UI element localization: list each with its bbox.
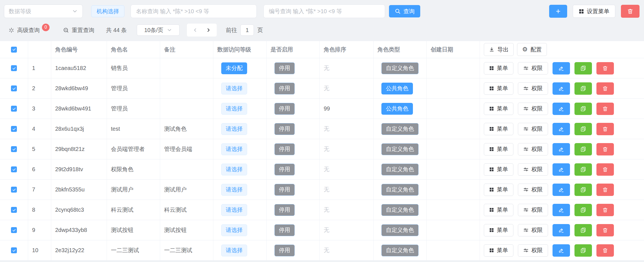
row-edit-button[interactable] <box>553 163 570 176</box>
row-menu-button[interactable]: 菜单 <box>484 103 513 115</box>
row-edit-button[interactable] <box>553 244 570 257</box>
next-page-button[interactable] <box>205 27 211 33</box>
row-checkbox[interactable] <box>11 126 17 132</box>
row-checkbox[interactable] <box>11 207 17 213</box>
access-level-button[interactable]: 未分配 <box>221 62 247 74</box>
delete-selected-button[interactable] <box>621 5 639 18</box>
row-edit-button[interactable] <box>553 143 570 155</box>
row-edit-button[interactable] <box>553 62 570 74</box>
row-copy-button[interactable] <box>574 143 592 155</box>
row-menu-button[interactable]: 菜单 <box>484 82 513 95</box>
row-copy-button[interactable] <box>574 62 592 74</box>
enabled-status-button[interactable]: 停用 <box>274 184 295 196</box>
access-level-button[interactable]: 请选择 <box>221 204 247 216</box>
enabled-status-button[interactable]: 停用 <box>274 245 295 256</box>
enabled-status-button[interactable]: 停用 <box>274 83 295 94</box>
row-permission-button[interactable]: 权限 <box>518 103 548 115</box>
row-delete-button[interactable] <box>596 62 614 74</box>
add-button[interactable]: + <box>549 5 567 18</box>
row-checkbox[interactable] <box>11 65 17 71</box>
access-level-button[interactable]: 请选择 <box>221 245 247 256</box>
row-edit-button[interactable] <box>553 204 570 216</box>
role-type-button[interactable]: 公共角色 <box>381 103 413 115</box>
row-checkbox[interactable] <box>11 247 17 253</box>
row-delete-button[interactable] <box>596 244 614 257</box>
select-all-checkbox[interactable] <box>11 47 17 53</box>
row-menu-button[interactable]: 菜单 <box>484 163 513 176</box>
row-permission-button[interactable]: 权限 <box>518 143 548 155</box>
role-type-button[interactable]: 自定义角色 <box>381 123 419 135</box>
row-edit-button[interactable] <box>553 82 570 95</box>
row-copy-button[interactable] <box>574 224 592 236</box>
row-checkbox[interactable] <box>11 85 17 91</box>
data-level-select[interactable]: 数据等级 <box>4 4 83 18</box>
row-menu-button[interactable]: 菜单 <box>484 62 513 74</box>
code-query-input[interactable] <box>263 4 385 18</box>
config-button[interactable]: ⚙ 配置 <box>517 43 547 56</box>
row-permission-button[interactable]: 权限 <box>518 82 548 95</box>
row-checkbox[interactable] <box>11 106 17 112</box>
access-level-button[interactable]: 请选择 <box>221 164 247 175</box>
goto-page-input[interactable] <box>240 24 254 36</box>
row-delete-button[interactable] <box>596 184 614 196</box>
access-level-button[interactable]: 请选择 <box>221 123 247 135</box>
row-checkbox[interactable] <box>11 227 17 233</box>
row-copy-button[interactable] <box>574 163 592 176</box>
role-type-button[interactable]: 公共角色 <box>381 83 413 94</box>
row-menu-button[interactable]: 菜单 <box>484 244 513 257</box>
row-menu-button[interactable]: 菜单 <box>484 224 513 236</box>
access-level-button[interactable]: 请选择 <box>221 224 247 236</box>
role-type-button[interactable]: 自定义角色 <box>381 245 419 256</box>
row-permission-button[interactable]: 权限 <box>518 62 548 74</box>
row-delete-button[interactable] <box>596 143 614 155</box>
row-edit-button[interactable] <box>553 184 570 196</box>
row-permission-button[interactable]: 权限 <box>518 204 548 216</box>
role-type-button[interactable]: 自定义角色 <box>381 164 419 175</box>
page-size-select[interactable]: 10条/页 <box>137 24 180 36</box>
export-button[interactable]: 导出 <box>484 43 514 56</box>
row-copy-button[interactable] <box>574 82 592 95</box>
row-menu-button[interactable]: 菜单 <box>484 143 513 155</box>
row-copy-button[interactable] <box>574 204 592 216</box>
row-copy-button[interactable] <box>574 123 592 135</box>
row-delete-button[interactable] <box>596 103 614 115</box>
row-checkbox[interactable] <box>11 146 17 152</box>
row-checkbox[interactable] <box>11 166 17 172</box>
row-delete-button[interactable] <box>596 224 614 236</box>
row-menu-button[interactable]: 菜单 <box>484 184 513 196</box>
enabled-status-button[interactable]: 停用 <box>274 143 295 155</box>
enabled-status-button[interactable]: 停用 <box>274 62 295 74</box>
row-edit-button[interactable] <box>553 224 570 236</box>
role-type-button[interactable]: 自定义角色 <box>381 184 419 196</box>
row-checkbox[interactable] <box>11 187 17 193</box>
row-copy-button[interactable] <box>574 103 592 115</box>
enabled-status-button[interactable]: 停用 <box>274 123 295 135</box>
row-menu-button[interactable]: 菜单 <box>484 204 513 216</box>
row-edit-button[interactable] <box>553 103 570 115</box>
set-menu-button[interactable]: 设置菜单 <box>573 5 615 18</box>
reset-query-link[interactable]: 重置查询 <box>63 26 94 34</box>
role-type-button[interactable]: 自定义角色 <box>381 204 419 216</box>
enabled-status-button[interactable]: 停用 <box>274 224 295 236</box>
access-level-button[interactable]: 请选择 <box>221 184 247 196</box>
row-permission-button[interactable]: 权限 <box>518 184 548 196</box>
role-type-button[interactable]: 自定义角色 <box>381 62 419 74</box>
role-type-button[interactable]: 自定义角色 <box>381 143 419 155</box>
row-delete-button[interactable] <box>596 82 614 95</box>
enabled-status-button[interactable]: 停用 <box>274 164 295 175</box>
search-button[interactable]: 查询 <box>389 5 420 17</box>
row-delete-button[interactable] <box>596 204 614 216</box>
row-menu-button[interactable]: 菜单 <box>484 123 513 135</box>
enabled-status-button[interactable]: 停用 <box>274 204 295 216</box>
prev-page-button[interactable] <box>193 27 198 33</box>
name-query-input[interactable] <box>131 4 257 18</box>
row-permission-button[interactable]: 权限 <box>518 224 548 236</box>
row-copy-button[interactable] <box>574 244 592 257</box>
role-type-button[interactable]: 自定义角色 <box>381 224 419 236</box>
access-level-button[interactable]: 请选择 <box>221 83 247 94</box>
row-copy-button[interactable] <box>574 184 592 196</box>
enabled-status-button[interactable]: 停用 <box>274 103 295 115</box>
access-level-button[interactable]: 请选择 <box>221 103 247 115</box>
row-permission-button[interactable]: 权限 <box>518 123 548 135</box>
advanced-query-link[interactable]: 高级查询 <box>8 26 40 34</box>
